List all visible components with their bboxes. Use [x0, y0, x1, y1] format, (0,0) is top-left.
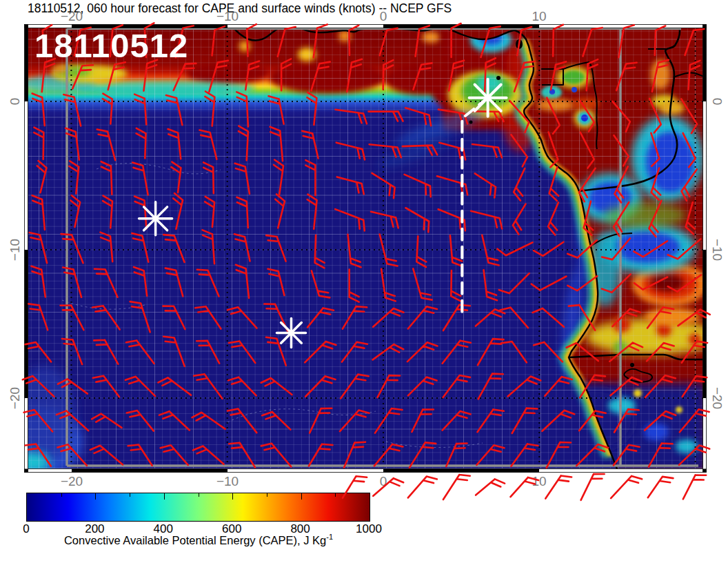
- wind-barb: [408, 473, 437, 504]
- station-marker: [139, 202, 172, 235]
- wind-barb: [343, 472, 367, 503]
- wind-barb: [581, 470, 605, 504]
- wind-barb: [373, 475, 403, 504]
- wind-barb: [476, 476, 505, 502]
- annobon-island: [469, 121, 473, 124]
- wind-barb: [683, 471, 706, 503]
- station-marker: [276, 318, 305, 347]
- wind-barb: [611, 473, 642, 505]
- wind-barb: [510, 474, 538, 504]
- init-date-stamp: 18110512: [34, 26, 188, 65]
- wind-barb: [545, 472, 572, 504]
- cape-forecast-chart: 18110512, 060 hour forecast for CAPE and…: [0, 0, 728, 563]
- principe-island: [496, 76, 501, 80]
- wind-barb: [443, 471, 470, 505]
- map-plot: [0, 0, 728, 563]
- cape-field: [0, 25, 717, 476]
- wind-barb: [648, 473, 674, 503]
